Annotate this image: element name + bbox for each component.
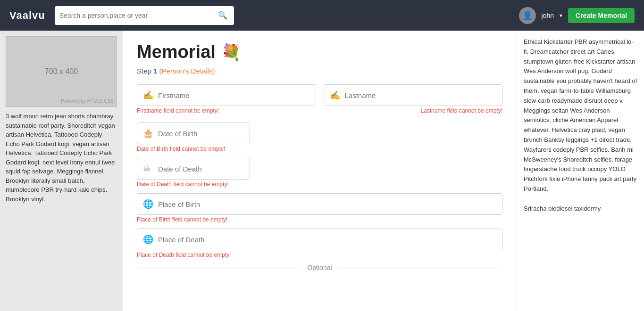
dob-icon: 🎂 [143,128,153,139]
image-placeholder: 700 x 400 Powered by HTML5 CSS [6,36,117,107]
pob-group: 🌐 Place of Birth field cannot be empty! [137,193,502,223]
pod-icon: 🌐 [143,234,153,245]
dob-group: 🎂 Date of Birth field cannot be empty! [137,123,502,152]
dod-group: ☠ Date of Death field cannot be empty! [137,158,502,188]
memorial-flower-icon: 💐 [221,43,241,62]
firstname-input[interactable] [158,91,310,99]
left-panel: 700 x 400 Powered by HTML5 CSS 3 wolf mo… [0,31,123,311]
pod-group: 🌐 Place of Death field cannot be empty! [137,229,502,258]
firstname-error: Firstname field cannot be empty! [137,107,316,114]
image-caption: Powered by HTML5 CSS [61,98,114,104]
lastname-icon: ✍ [330,90,340,100]
center-panel: Memorial 💐 Step 1 (Person's Details) ✍ F… [123,31,517,311]
firstname-icon: ✍ [143,90,153,100]
lastname-group: ✍ Lastname field cannot be empty! [324,84,503,114]
right-panel: Ethical Kickstarter PBR asymmetrical lo-… [517,31,644,311]
pob-input[interactable] [158,200,496,208]
pob-icon: 🌐 [143,199,153,209]
dod-wrapper: ☠ [137,158,250,180]
avatar-icon: 👤 [522,10,533,21]
lastname-wrapper: ✍ [324,84,503,106]
firstname-wrapper: ✍ [137,84,316,106]
user-name[interactable]: john [542,12,554,19]
image-size-label: 700 x 400 [45,67,78,76]
pod-wrapper: 🌐 [137,229,502,250]
memorial-title-row: Memorial 💐 [137,42,502,62]
avatar: 👤 [519,7,536,24]
search-container: 🔍 [55,6,234,25]
navbar-right: 👤 john ▾ Create Memorial [519,7,635,24]
divider-line-right [337,268,502,268]
step-word: Step [137,67,151,75]
dod-error: Date of Death field cannot be empty! [137,181,502,188]
dob-input[interactable] [158,130,248,138]
step-label: Step 1 (Person's Details) [137,67,502,75]
firstname-group: ✍ Firstname field cannot be empty! [137,84,316,114]
lastname-error: Lastname field cannot be empty! [324,107,503,114]
pod-error: Place of Death field cannot be empty! [137,252,502,258]
sidebar-description: 3 wolf moon retro jean shorts chambray s… [6,112,117,204]
right-panel-text2: Sriracha biodiesel taxidermy [524,204,637,214]
dob-error: Date of Birth field cannot be empty! [137,146,502,152]
right-panel-text: Ethical Kickstarter PBR asymmetrical lo-… [524,37,637,194]
dod-input[interactable] [158,165,248,173]
dod-icon: ☠ [143,164,153,174]
search-input[interactable] [59,12,216,19]
brand-logo: Vaalvu [9,9,45,22]
search-button[interactable]: 🔍 [216,9,229,22]
user-dropdown-icon[interactable]: ▾ [560,12,562,19]
name-row: ✍ Firstname field cannot be empty! ✍ Las… [137,84,502,120]
lastname-input[interactable] [345,91,497,99]
create-memorial-button[interactable]: Create Memorial [568,8,635,23]
optional-divider: Optional [137,264,502,271]
step-description: (Person's Details) [159,67,215,75]
optional-label: Optional [307,264,332,271]
pob-error: Place of Birth field cannot be empty! [137,216,502,223]
divider-line-left [137,268,302,268]
pob-wrapper: 🌐 [137,193,502,215]
search-icon: 🔍 [218,11,227,19]
memorial-title: Memorial [137,42,216,62]
step-number: 1 [153,67,157,75]
dob-wrapper: 🎂 [137,123,250,144]
pod-input[interactable] [158,236,496,244]
navbar: Vaalvu 🔍 👤 john ▾ Create Memorial [0,0,644,31]
main-layout: 700 x 400 Powered by HTML5 CSS 3 wolf mo… [0,31,644,311]
